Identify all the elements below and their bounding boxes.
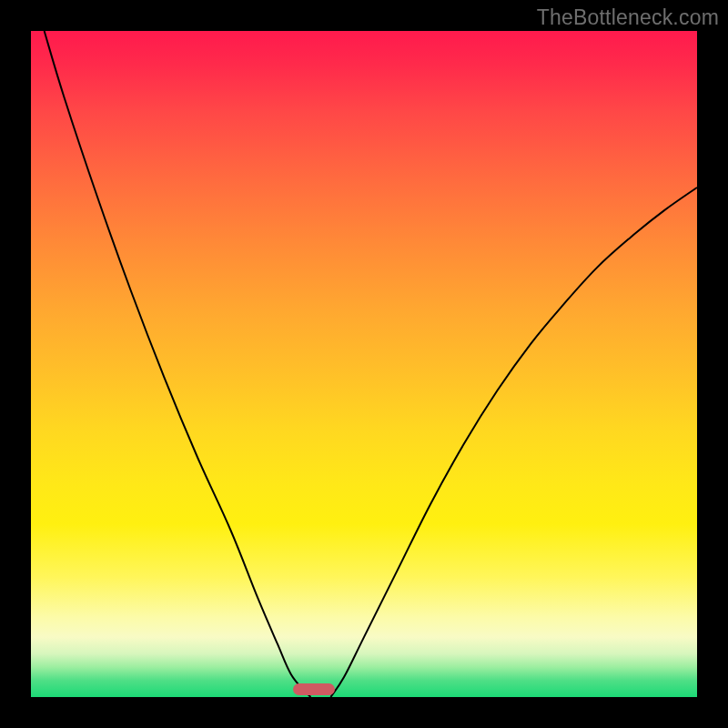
chart-frame: TheBottleneck.com	[0, 0, 728, 728]
bottleneck-marker	[293, 683, 335, 695]
left-curve	[45, 31, 311, 697]
watermark-text: TheBottleneck.com	[537, 5, 719, 30]
curves-svg	[31, 31, 697, 697]
plot-area	[31, 31, 697, 697]
right-curve	[330, 187, 697, 697]
